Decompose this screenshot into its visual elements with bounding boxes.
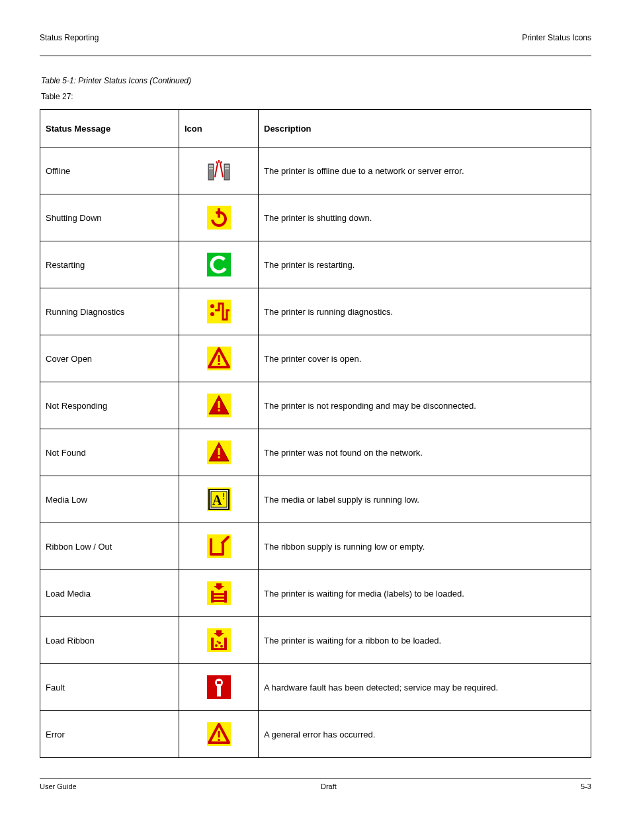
subsection-title: Table 27: bbox=[41, 92, 591, 101]
restarting-icon bbox=[207, 253, 231, 276]
desc-cell: The media or label supply is running low… bbox=[259, 476, 591, 523]
header-left: Status Reporting bbox=[40, 33, 99, 42]
desc-cell: The printer is restarting. bbox=[259, 241, 591, 288]
desc-cell: The printer is running diagnostics. bbox=[259, 288, 591, 335]
th-status: Status Message bbox=[40, 110, 179, 147]
svg-point-32 bbox=[227, 536, 230, 538]
icon-cell bbox=[179, 147, 259, 194]
header-rule bbox=[40, 56, 591, 56]
footer-rule bbox=[40, 778, 591, 778]
svg-rect-16 bbox=[218, 355, 220, 362]
desc-cell: The printer is waiting for a ribbon to b… bbox=[259, 617, 591, 664]
table-row: Ribbon Low / Out The ribbon supply is ru… bbox=[40, 523, 591, 570]
svg-rect-52 bbox=[218, 731, 220, 737]
page-header: Status Reporting Printer Status Icons bbox=[40, 33, 591, 42]
status-cell: Fault bbox=[40, 664, 179, 711]
svg-point-43 bbox=[215, 644, 218, 647]
section-title: Table 5-1: Printer Status Icons (Continu… bbox=[41, 76, 591, 85]
svg-rect-50 bbox=[217, 685, 221, 696]
icon-cell bbox=[179, 711, 259, 758]
icon-cell bbox=[179, 382, 259, 429]
svg-rect-17 bbox=[218, 363, 220, 365]
table-row: Not Found The printer was not found on t… bbox=[40, 429, 591, 476]
table-row: Media Low A The media or label supply is… bbox=[40, 476, 591, 523]
media-low-icon: A bbox=[207, 487, 231, 511]
icon-cell bbox=[179, 241, 259, 288]
diagnostics-icon bbox=[207, 300, 231, 323]
table-row: Cover Open The printer cover is open. bbox=[40, 335, 591, 382]
svg-rect-49 bbox=[217, 681, 221, 684]
svg-point-13 bbox=[210, 304, 214, 308]
desc-cell: The printer cover is open. bbox=[259, 335, 591, 382]
svg-rect-19 bbox=[218, 401, 220, 408]
status-cell: Running Diagnostics bbox=[40, 288, 179, 335]
table-row: Offline The printer is offline due to a … bbox=[40, 147, 591, 194]
svg-rect-53 bbox=[218, 739, 220, 741]
load-ribbon-icon bbox=[207, 628, 231, 652]
icon-cell bbox=[179, 194, 259, 241]
svg-rect-35 bbox=[224, 591, 227, 603]
icon-cell bbox=[179, 288, 259, 335]
svg-rect-6 bbox=[225, 168, 229, 169]
svg-point-46 bbox=[216, 641, 218, 643]
svg-rect-23 bbox=[218, 456, 220, 458]
svg-rect-34 bbox=[211, 591, 214, 603]
svg-point-44 bbox=[218, 642, 221, 644]
desc-cell: The ribbon supply is running low or empt… bbox=[259, 523, 591, 570]
icon-cell bbox=[179, 523, 259, 570]
svg-rect-28 bbox=[223, 493, 224, 497]
table-row: Not Responding The printer is not respon… bbox=[40, 382, 591, 429]
desc-cell: A hardware fault has been detected; serv… bbox=[259, 664, 591, 711]
table-row: Restarting The printer is restarting. bbox=[40, 241, 591, 288]
not-found-icon bbox=[207, 441, 231, 464]
desc-cell: The printer is waiting for media (labels… bbox=[259, 570, 591, 617]
desc-cell: The printer is shutting down. bbox=[259, 194, 591, 241]
table-row: Shutting Down The printer is shutting do… bbox=[40, 194, 591, 241]
status-cell: Error bbox=[40, 711, 179, 758]
icon-cell bbox=[179, 335, 259, 382]
desc-cell: The printer is offline due to a network … bbox=[259, 147, 591, 194]
svg-rect-3 bbox=[209, 165, 213, 167]
svg-rect-9 bbox=[218, 208, 220, 218]
footer-left: User Guide bbox=[40, 782, 77, 790]
status-cell: Not Found bbox=[40, 429, 179, 476]
svg-rect-29 bbox=[223, 498, 224, 499]
icon-cell: A bbox=[179, 476, 259, 523]
svg-rect-20 bbox=[218, 409, 220, 411]
status-cell: Restarting bbox=[40, 241, 179, 288]
footer-center: Draft bbox=[321, 782, 337, 790]
svg-rect-38 bbox=[214, 600, 224, 602]
svg-rect-41 bbox=[224, 638, 227, 650]
ribbon-low-icon bbox=[207, 534, 231, 558]
svg-rect-36 bbox=[214, 593, 224, 595]
status-cell: Not Responding bbox=[40, 382, 179, 429]
desc-cell: A general error has occurred. bbox=[259, 711, 591, 758]
svg-text:A: A bbox=[212, 493, 222, 507]
status-cell: Ribbon Low / Out bbox=[40, 523, 179, 570]
offline-icon bbox=[207, 159, 231, 183]
status-cell: Cover Open bbox=[40, 335, 179, 382]
svg-rect-37 bbox=[214, 597, 224, 599]
th-desc: Description bbox=[259, 110, 591, 147]
status-cell: Load Media bbox=[40, 570, 179, 617]
icon-cell bbox=[179, 429, 259, 476]
fault-icon bbox=[207, 675, 231, 699]
error-icon bbox=[207, 722, 231, 746]
status-cell: Shutting Down bbox=[40, 194, 179, 241]
page-footer: User Guide Draft 5-3 bbox=[40, 778, 591, 790]
svg-point-14 bbox=[210, 312, 214, 316]
status-cell: Load Ribbon bbox=[40, 617, 179, 664]
icon-cell bbox=[179, 570, 259, 617]
status-cell: Offline bbox=[40, 147, 179, 194]
footer-right: 5-3 bbox=[581, 782, 591, 790]
table-row: Running Diagnostics The printer is runni… bbox=[40, 288, 591, 335]
icon-cell bbox=[179, 617, 259, 664]
svg-rect-5 bbox=[225, 165, 229, 167]
shutting-down-icon bbox=[207, 206, 231, 230]
svg-rect-42 bbox=[211, 648, 227, 650]
table-header-row: Status Message Icon Description bbox=[40, 110, 591, 147]
desc-cell: The printer was not found on the network… bbox=[259, 429, 591, 476]
icon-cell bbox=[179, 664, 259, 711]
status-icons-table: Status Message Icon Description Offline bbox=[40, 109, 591, 758]
table-row: Fault A hardware fault has been detected… bbox=[40, 664, 591, 711]
